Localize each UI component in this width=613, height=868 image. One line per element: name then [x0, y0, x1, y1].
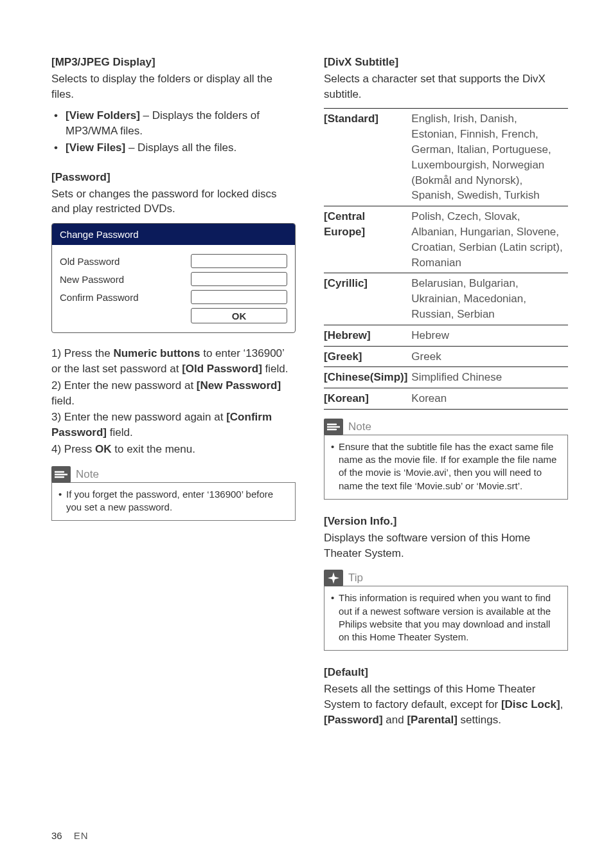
confirm-password-field[interactable]	[191, 290, 287, 304]
charset-key: [Cyrillic]	[324, 273, 411, 325]
step-bold: [Old Password]	[182, 363, 262, 375]
bold-text: [Parental]	[407, 714, 457, 726]
divx-subtitle-section: [DivX Subtitle] Selects a character set …	[324, 55, 568, 500]
tip-body: This information is required when you wa…	[339, 592, 561, 644]
charset-value: Simplified Chinese	[411, 367, 568, 388]
mp3-jpeg-section: [MP3/JPEG Display] Selects to display th…	[51, 55, 296, 156]
charset-key: [Central Europe]	[324, 206, 411, 273]
version-desc: Displays the software version of this Ho…	[324, 530, 568, 561]
note-body: If you forget the password, enter ‘13690…	[66, 488, 289, 514]
list-item: [View Files] – Displays all the files.	[66, 140, 296, 156]
password-section: [Password] Sets or changes the password …	[51, 170, 296, 521]
divx-heading: [DivX Subtitle]	[324, 55, 568, 70]
default-heading: [Default]	[324, 665, 568, 680]
step-bold: Numeric buttons	[113, 347, 200, 359]
ok-label: OK	[232, 309, 247, 323]
table-row: [Cyrillic]Belarusian, Bulgarian, Ukraini…	[324, 273, 568, 325]
version-tip: Tip This information is required when yo…	[324, 570, 568, 651]
step-bold: [New Password]	[197, 379, 281, 392]
page-footer: 36 EN	[51, 829, 89, 842]
bold-text: [Disc Lock]	[501, 698, 560, 710]
tip-title: Tip	[348, 570, 363, 586]
page-number: 36	[51, 830, 62, 841]
mp3-desc: Selects to display the folders or displa…	[51, 71, 296, 102]
note-icon	[324, 419, 343, 435]
step-text: 4) Press	[51, 443, 95, 455]
version-heading: [Version Info.]	[324, 514, 568, 529]
step-bold: OK	[95, 443, 112, 455]
bold-text: [Password]	[324, 714, 383, 726]
charset-value: English, Irish, Danish, Estonian, Finnis…	[411, 109, 568, 206]
note-body: Ensure that the subtitle file has the ex…	[339, 440, 561, 493]
password-note: Note If you forget the password, enter ‘…	[51, 466, 296, 521]
version-info-section: [Version Info.] Displays the software ve…	[324, 514, 568, 651]
old-password-field[interactable]	[191, 254, 287, 268]
step-text: 2) Enter the new password at	[51, 379, 197, 392]
charset-value: Korean	[411, 388, 568, 410]
charset-key: [Greek]	[324, 346, 411, 367]
charset-value: Polish, Czech, Slovak, Albanian, Hungari…	[411, 206, 568, 273]
new-password-field[interactable]	[191, 272, 287, 286]
text: ,	[560, 698, 564, 710]
charset-value: Greek	[411, 346, 568, 367]
subtitle-charset-table: [Standard]English, Irish, Danish, Estoni…	[324, 108, 568, 410]
step-text: 3) Enter the new password again at	[51, 411, 226, 423]
charset-key: [Chinese(Simp)]	[324, 367, 411, 388]
note-icon	[51, 466, 71, 483]
option-desc: – Displays all the files.	[125, 141, 236, 154]
text: and	[383, 714, 407, 726]
charset-value: Hebrew	[411, 325, 568, 346]
change-password-title: Change Password	[52, 224, 295, 245]
table-row: [Chinese(Simp)]Simplified Chinese	[324, 367, 568, 388]
step-text: 1) Press the	[51, 347, 113, 359]
mp3-options-list: [View Folders] – Displays the folders of…	[51, 108, 296, 155]
table-row: [Korean]Korean	[324, 388, 568, 410]
step-text: to exit the menu.	[112, 443, 195, 455]
password-heading: [Password]	[51, 170, 296, 185]
password-desc: Sets or changes the password for locked …	[51, 186, 296, 217]
step-text: field.	[51, 395, 75, 407]
tip-icon	[324, 570, 343, 586]
text: settings.	[458, 714, 501, 726]
note-title: Note	[348, 419, 371, 435]
charset-value: Belarusian, Bulgarian, Ukrainian, Macedo…	[411, 273, 568, 325]
mp3-heading: [MP3/JPEG Display]	[51, 55, 296, 70]
table-row: [Central Europe]Polish, Czech, Slovak, A…	[324, 206, 568, 273]
table-row: [Greek]Greek	[324, 346, 568, 367]
default-section: [Default] Resets all the settings of thi…	[324, 665, 568, 727]
default-desc: Resets all the settings of this Home The…	[324, 682, 568, 727]
language-code: EN	[74, 830, 89, 841]
charset-key: [Hebrew]	[324, 325, 411, 346]
table-row: [Standard]English, Irish, Danish, Estoni…	[324, 109, 568, 206]
step-text: field.	[262, 363, 289, 375]
new-password-label: New Password	[60, 273, 191, 286]
table-row: [Hebrew]Hebrew	[324, 325, 568, 346]
divx-note: Note Ensure that the subtitle file has t…	[324, 419, 568, 500]
password-steps: 1) Press the Numeric buttons to enter ‘1…	[51, 346, 296, 457]
confirm-password-label: Confirm Password	[60, 291, 191, 304]
option-label: [View Files]	[66, 141, 125, 154]
list-item: [View Folders] – Displays the folders of…	[66, 108, 296, 139]
old-password-label: Old Password	[60, 255, 191, 268]
ok-button[interactable]: OK	[191, 308, 287, 323]
charset-key: [Standard]	[324, 109, 411, 206]
change-password-box: Change Password Old Password New Passwor…	[51, 223, 296, 333]
divx-desc: Selects a character set that supports th…	[324, 71, 568, 102]
charset-key: [Korean]	[324, 388, 411, 410]
step-text: field.	[107, 426, 133, 439]
option-label: [View Folders]	[66, 109, 140, 122]
note-title: Note	[76, 467, 99, 482]
